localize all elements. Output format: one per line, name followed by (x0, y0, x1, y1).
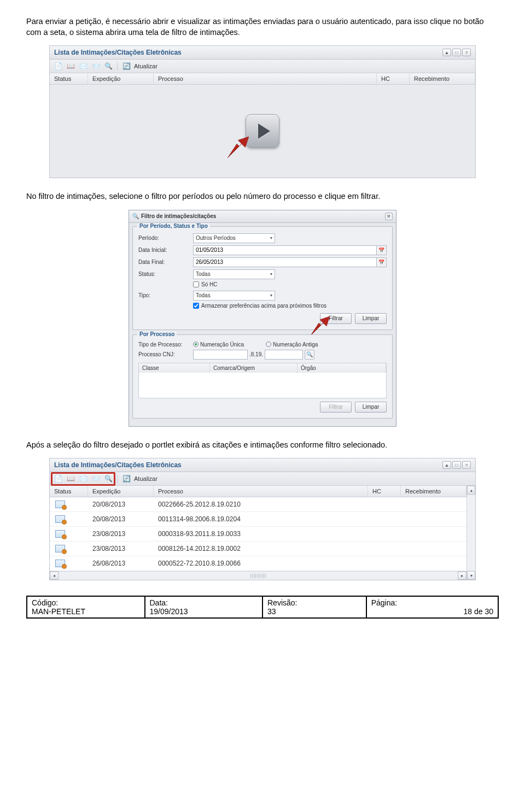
processo-cell: 0008126-14.2012.8.19.0002 (154, 542, 368, 556)
expedicao-cell: 20/08/2013 (88, 512, 154, 526)
hc-cell (368, 545, 401, 552)
table-row[interactable]: 26/08/20130000522-72.2010.8.19.0066 (50, 556, 466, 571)
date-final[interactable]: 📅 (193, 257, 387, 267)
label-status: Status: (138, 271, 193, 277)
hc-cell (368, 531, 401, 537)
annotation-highlight-box (51, 472, 115, 486)
checkbox-so-hc[interactable]: Só HC (193, 281, 217, 287)
maximize-icon[interactable]: □ (452, 461, 461, 469)
select-tipo[interactable]: Todas▾ (193, 291, 275, 301)
filtrar-processo-button[interactable]: Filtrar (320, 402, 352, 413)
scroll-up-icon[interactable]: ▴ (467, 486, 475, 495)
processo-cell: 0011314-98.2006.8.19.0204 (154, 512, 368, 526)
radio-dot-icon (266, 342, 271, 347)
col-expedicao[interactable]: Expedição (88, 486, 154, 497)
footer-data-value: 19/09/2013 (150, 607, 258, 616)
scroll-down-icon[interactable]: ▾ (467, 571, 475, 580)
col-recebimento[interactable]: Recebimento (410, 73, 475, 84)
refresh-label[interactable]: Atualizar (134, 475, 158, 482)
checkbox-armazenar[interactable]: Armazenar preferências acima para próxim… (193, 303, 326, 309)
refresh-icon[interactable]: 🔄 (121, 61, 131, 71)
status-cell (50, 512, 88, 526)
help-icon[interactable]: ? (462, 461, 471, 469)
maximize-icon[interactable]: □ (452, 49, 461, 56)
table-row[interactable]: 23/08/20130000318-93.2011.8.19.0033 (50, 527, 466, 542)
col-classe[interactable]: Classe (139, 363, 210, 373)
processo-table-body (139, 373, 386, 398)
processo-cnj-part2-input[interactable] (265, 350, 303, 360)
col-orgao[interactable]: Órgão (298, 363, 386, 373)
select-status[interactable]: Todas▾ (193, 269, 275, 279)
col-status[interactable]: Status (50, 486, 88, 497)
mail-add-icon[interactable]: ✉️ (78, 61, 88, 71)
date-inicial-input[interactable] (193, 245, 377, 255)
search-icon[interactable]: 🔍 (305, 350, 314, 360)
column-headers: Status Expedição Processo HC Recebimento (50, 73, 475, 85)
portlet-header: Lista de Intimações/Citações Eletrônicas… (50, 46, 475, 60)
checkbox-so-hc-input[interactable] (193, 281, 199, 287)
col-processo[interactable]: Processo (154, 73, 377, 84)
hc-cell (368, 516, 401, 522)
table-row[interactable]: 20/08/20130011314-98.2006.8.19.0204 (50, 512, 466, 527)
column-headers: Status Expedição Processo HC Recebimento (50, 486, 466, 497)
toolbar-separator (117, 474, 118, 483)
fieldset-periodo: Por Período, Status e Tipo Período: Outr… (132, 226, 393, 330)
label-tipo: Tipo: (138, 292, 193, 298)
footer-codigo-value: MAN-PETELET (32, 607, 140, 616)
refresh-icon[interactable]: 🔄 (121, 474, 131, 484)
refresh-label[interactable]: Atualizar (134, 63, 158, 69)
play-arrow-button[interactable] (246, 114, 279, 148)
filter-icon[interactable]: 🔍 (103, 61, 113, 71)
table-row[interactable]: 20/08/20130022666-25.2012.8.19.0210 (50, 497, 466, 512)
table-row[interactable]: 23/08/20130008126-14.2012.8.19.0002 (50, 542, 466, 556)
col-hc[interactable]: HC (377, 73, 410, 84)
hc-cell (368, 560, 401, 567)
scroll-left-icon[interactable]: ◂ (50, 572, 59, 580)
status-cell (50, 527, 88, 541)
date-inicial[interactable]: 📅 (193, 245, 387, 255)
col-status[interactable]: Status (50, 73, 88, 84)
limpar-button[interactable]: Limpar (355, 313, 387, 324)
horizontal-scrollbar[interactable]: ◂ ▸ (50, 571, 466, 580)
label-tipo-processo: Tipo de Processo: (138, 342, 193, 348)
chevron-down-icon: ▾ (270, 293, 272, 298)
col-comarca[interactable]: Comarca/Origem (210, 363, 298, 373)
limpar-processo-button[interactable]: Limpar (355, 402, 387, 413)
recebimento-cell (401, 560, 466, 567)
envelope-flag-icon (55, 501, 65, 508)
intro-paragraph-2: No filtro de intimações, selecione o fil… (26, 191, 499, 202)
radio-numeracao-unica[interactable]: Numeração Única (193, 342, 244, 348)
col-processo[interactable]: Processo (154, 486, 368, 497)
select-periodo[interactable]: Outros Períodos▾ (193, 233, 275, 243)
scroll-grip-icon[interactable] (250, 574, 266, 578)
vertical-scrollbar[interactable]: ▴ ▾ (466, 486, 475, 580)
col-hc[interactable]: HC (368, 486, 401, 497)
collapse-up-icon[interactable]: ▲ (442, 49, 451, 56)
screenshot-portlet-populated: Lista de Intimações/Citações Eletrônicas… (26, 458, 499, 580)
status-cell (50, 556, 88, 570)
col-expedicao[interactable]: Expedição (88, 73, 154, 84)
radio-numeracao-antiga[interactable]: Numeração Antiga (266, 342, 318, 348)
collapse-up-icon[interactable]: ▲ (442, 461, 451, 469)
toolbar-separator (117, 62, 118, 70)
status-cell (50, 542, 88, 556)
label-data-final: Data Final: (138, 259, 193, 265)
mail-export-icon[interactable]: 📨 (91, 61, 101, 71)
close-icon[interactable]: ✕ (385, 213, 393, 220)
view-icon[interactable]: 📄 (53, 61, 63, 71)
processo-cnj-part1-input[interactable] (193, 350, 248, 360)
page-footer-table: Código:MAN-PETELET Data:19/09/2013 Revis… (26, 596, 499, 619)
status-cell (50, 497, 88, 511)
calendar-icon[interactable]: 📅 (377, 257, 387, 267)
checkbox-armazenar-input[interactable] (193, 303, 199, 309)
date-final-input[interactable] (193, 257, 377, 267)
scroll-right-icon[interactable]: ▸ (458, 572, 466, 580)
col-recebimento[interactable]: Recebimento (401, 486, 466, 497)
calendar-icon[interactable]: 📅 (377, 245, 387, 255)
open-icon[interactable]: 📖 (66, 61, 75, 71)
footer-codigo-label: Código: (32, 598, 140, 607)
hc-cell (368, 501, 401, 508)
help-icon[interactable]: ? (462, 49, 471, 56)
filter-title-icon: 🔍 (132, 213, 139, 219)
label-periodo: Período: (138, 235, 193, 241)
